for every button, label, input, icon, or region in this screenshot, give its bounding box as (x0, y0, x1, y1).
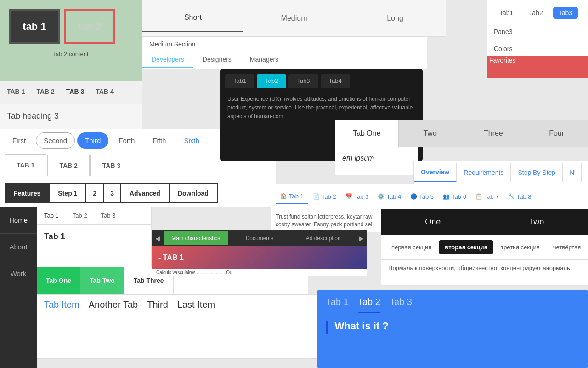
tab-4[interactable]: TAB 4 (93, 86, 116, 98)
tab-3[interactable]: TAB 3 (64, 86, 86, 98)
large-tab-item[interactable]: Tab Item (44, 299, 79, 310)
role-tab-group: Developers Designers Managers (142, 52, 427, 68)
mini-tab-2[interactable]: Tab 2 (66, 207, 94, 224)
tab-ad-description[interactable]: Ad description (291, 231, 355, 245)
icon-tab-8[interactable]: 🔧 Tab 8 (503, 190, 536, 204)
tab2-box[interactable]: tab 2 (64, 9, 115, 44)
dark-col-one[interactable]: One (381, 209, 485, 235)
blue-tab-1[interactable]: Tab 1 (326, 297, 349, 313)
pill-tab-fifth[interactable]: Fifth (145, 132, 174, 149)
tr-tab-pane: Pane3 (487, 26, 588, 38)
green-tab-one[interactable]: Tab One (37, 267, 80, 294)
tab-1[interactable]: TAB 1 (5, 86, 27, 98)
grey-tab-group: Tab One Two Three Four (335, 120, 588, 147)
top-tab-short[interactable]: Short (142, 4, 243, 32)
pill-tab-sixth[interactable]: Sixth (176, 132, 207, 149)
grey-tab-two[interactable]: Two (399, 120, 462, 147)
tab-n[interactable]: N (563, 163, 582, 182)
grey-tab-three[interactable]: Three (462, 120, 526, 147)
tab-designers[interactable]: Designers (193, 52, 241, 68)
sidebar-item-work[interactable]: Work (0, 260, 37, 287)
icon-tab-2[interactable]: 📄 Tab 2 (308, 190, 341, 204)
lorem-text-content: em ipsum (342, 154, 374, 162)
title-bar-decoration (326, 321, 328, 334)
list-icon: 📋 (475, 193, 482, 200)
box-tab-1[interactable]: TAB 1 (5, 154, 46, 177)
mini-tab-group: Tab 1 Tab 2 Tab 3 (37, 207, 151, 225)
large-tab-third[interactable]: Third (147, 299, 168, 310)
icon-tab-1[interactable]: 🏠 Tab 1 (276, 189, 308, 204)
dark-tab-3[interactable]: Tab3 (288, 74, 318, 88)
ru-tab-4[interactable]: четвёртая (548, 240, 587, 254)
dark-tab-2[interactable]: Tab2 (257, 74, 286, 88)
icon-tab-4[interactable]: ⚙️ Tab 4 (373, 190, 406, 204)
icon-tab-5[interactable]: 🔵 Tab 5 (406, 190, 438, 204)
blue-panel-title: What is it ? (334, 320, 388, 332)
next-arrow[interactable]: ▶ (355, 235, 368, 242)
blue-tab-panel: Tab 1 Tab 2 Tab 3 What is it ? (317, 290, 588, 368)
box-tab-3[interactable]: TAB 3 (90, 155, 132, 176)
sidebar-item-about[interactable]: About (0, 234, 37, 260)
ru-tab-2[interactable]: вторая секция (439, 240, 493, 254)
tab2-content: tab 2 content (9, 51, 133, 58)
trust-fund-content: Trust fund seitan letterpress, keytar ra… (276, 213, 372, 228)
tab1-gradient-header: - TAB 1 (152, 246, 368, 269)
tr-tab-2[interactable]: Tab2 (523, 7, 548, 19)
tr-tab-3[interactable]: Tab3 (553, 7, 578, 19)
large-tab-another[interactable]: Another Tab (89, 299, 138, 310)
ru-tab-1[interactable]: первая секция (386, 240, 437, 254)
tab-developers[interactable]: Developers (142, 52, 193, 68)
tab-heading-panel: Tab heading 3 (0, 104, 142, 129)
russian-content: Нормаль к поверхности, общеизвестно, кон… (381, 260, 588, 285)
blue-tab-2[interactable]: Tab 2 (358, 297, 380, 313)
top-tab-medium[interactable]: Medium (243, 5, 345, 32)
large-tab-last[interactable]: Last Item (177, 299, 215, 310)
mini-tab-1[interactable]: Tab 1 (37, 207, 66, 224)
box-tab-2[interactable]: TAB 2 (47, 155, 89, 176)
tab-overview[interactable]: Overview (414, 163, 457, 182)
favorites-label[interactable]: Favorites (487, 54, 518, 66)
top-tab-long[interactable]: Long (345, 5, 446, 32)
icon-tab-3[interactable]: 📅 Tab 3 (341, 190, 373, 204)
tab-managers[interactable]: Managers (241, 52, 288, 68)
icon-tab-7[interactable]: 📋 Tab 7 (471, 190, 503, 204)
dark-tab-4[interactable]: Tab4 (321, 74, 350, 88)
dark-col-two[interactable]: Two (485, 209, 588, 235)
underline-tab-group: TAB 1 TAB 2 TAB 3 TAB 4 (0, 80, 142, 104)
btn-tab-advanced[interactable]: Advanced (120, 183, 170, 203)
btn-tab-download[interactable]: Download (169, 183, 218, 203)
btn-tab-features[interactable]: Features (5, 183, 50, 203)
russian-tab-group: первая секция вторая секция третья секци… (381, 235, 588, 260)
grey-tab-four[interactable]: Four (525, 120, 588, 147)
mini-tab-3[interactable]: Tab 3 (94, 207, 123, 224)
large-tab-group: Tab Item Another Tab Third Last Item (37, 294, 335, 359)
tab-documents[interactable]: Documents (228, 231, 292, 245)
pill-tab-third[interactable]: Third (77, 132, 108, 149)
prev-arrow[interactable]: ◀ (152, 235, 164, 242)
icon-tab-6[interactable]: 👥 Tab 6 (438, 190, 471, 204)
tab2-label: tab 2 (78, 21, 101, 33)
btn-tab-3[interactable]: 3 (103, 183, 121, 203)
russian-text: Нормаль к поверхности, общеизвестно, кон… (388, 264, 570, 271)
pill-tab-first[interactable]: First (5, 132, 34, 149)
btn-tab-2[interactable]: 2 (85, 183, 104, 203)
doc-icon: 📄 (313, 193, 320, 200)
grey-tab-one[interactable]: Tab One (335, 120, 399, 147)
tab-2[interactable]: TAB 2 (34, 86, 57, 98)
tab-requirements[interactable]: Requirements (457, 163, 511, 182)
sidebar: Home About Work (0, 207, 37, 368)
sidebar-item-home[interactable]: Home (0, 207, 37, 234)
blue-tab-3[interactable]: Tab 3 (390, 297, 412, 313)
dark-tab-1[interactable]: Tab1 (225, 74, 254, 88)
mini-tab-content: Tab 1 (37, 225, 151, 248)
tab1-box[interactable]: tab 1 (9, 9, 60, 44)
tr-tab-1[interactable]: Tab1 (494, 7, 519, 19)
tab-main-characteristics[interactable]: Main characteristics (164, 231, 228, 245)
tab-step-by-step[interactable]: Step By Step (511, 163, 563, 182)
pill-tab-second[interactable]: Second (36, 132, 75, 149)
pill-tab-forth[interactable]: Forth (111, 132, 142, 149)
box-tab-group: tab 1 tab 2 (9, 9, 133, 44)
green-tab-two[interactable]: Tab Two (80, 267, 124, 294)
btn-tab-step1[interactable]: Step 1 (49, 183, 86, 203)
ru-tab-3[interactable]: третья секция (495, 240, 545, 254)
